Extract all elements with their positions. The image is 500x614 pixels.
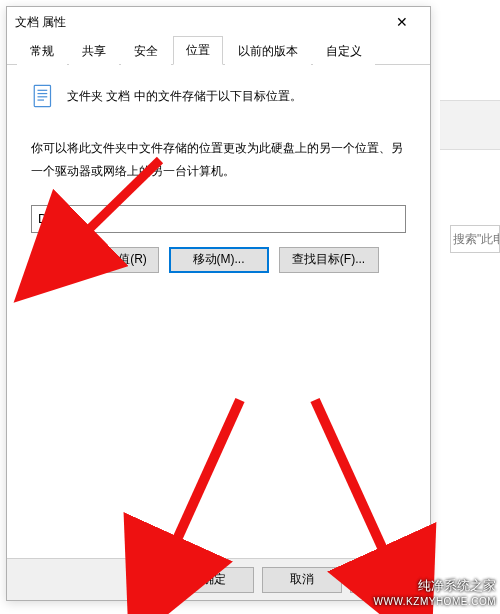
watermark: 纯净系统之家 WWW.KZMYHOME.COM (374, 578, 496, 608)
tab-share[interactable]: 共享 (69, 37, 119, 65)
document-folder-icon (31, 83, 57, 109)
button-row: 还原默认值(R) 移动(M)... 查找目标(F)... (31, 247, 406, 273)
tab-general[interactable]: 常规 (17, 37, 67, 65)
header-text: 文件夹 文档 中的文件存储于以下目标位置。 (67, 88, 302, 105)
close-button[interactable]: ✕ (382, 14, 422, 30)
tab-strip: 常规 共享 安全 位置 以前的版本 自定义 (7, 37, 430, 65)
dialog-footer: 确定 取消 (7, 558, 430, 600)
background-panel (440, 100, 500, 150)
titlebar: 文档 属性 ✕ (7, 7, 430, 37)
tab-location[interactable]: 位置 (173, 36, 223, 65)
properties-dialog: 文档 属性 ✕ 常规 共享 安全 位置 以前的版本 自定义 文件夹 文档 中的文… (6, 6, 431, 601)
tab-content: 文件夹 文档 中的文件存储于以下目标位置。 你可以将此文件夹中文件存储的位置更改… (7, 65, 430, 558)
location-path-input[interactable] (31, 205, 406, 233)
tab-custom[interactable]: 自定义 (313, 37, 375, 65)
tab-security[interactable]: 安全 (121, 37, 171, 65)
dialog-title: 文档 属性 (15, 14, 382, 31)
tab-previous-versions[interactable]: 以前的版本 (225, 37, 311, 65)
cancel-button[interactable]: 取消 (262, 567, 342, 593)
watermark-url: WWW.KZMYHOME.COM (374, 595, 496, 608)
ok-button[interactable]: 确定 (174, 567, 254, 593)
background-search-box[interactable]: 搜索"此电 (450, 225, 500, 253)
description-text: 你可以将此文件夹中文件存储的位置更改为此硬盘上的另一个位置、另一个驱动器或网络上… (31, 137, 406, 183)
svg-rect-0 (34, 85, 50, 106)
restore-default-button[interactable]: 还原默认值(R) (59, 247, 159, 273)
find-target-button[interactable]: 查找目标(F)... (279, 247, 379, 273)
move-button[interactable]: 移动(M)... (169, 247, 269, 273)
watermark-name: 纯净系统之家 (374, 578, 496, 595)
